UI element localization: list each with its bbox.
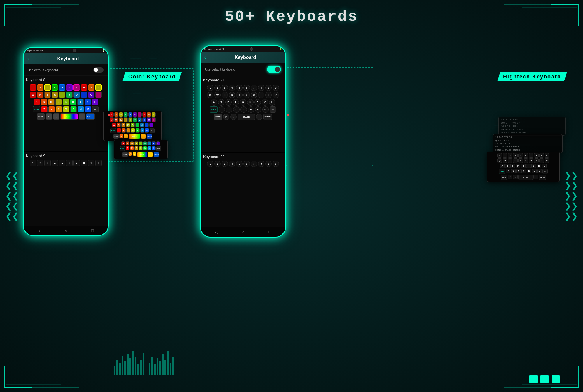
key-j[interactable]: J: [77, 99, 84, 105]
kb9-key-0[interactable]: 0: [95, 160, 102, 166]
r-key-g[interactable]: G: [240, 99, 246, 106]
r-key-l[interactable]: L: [269, 99, 275, 106]
key-7[interactable]: 7: [73, 84, 80, 91]
fk1-1[interactable]: 1: [110, 112, 114, 117]
enter-key-left[interactable]: ENTER: [86, 113, 95, 120]
key-1[interactable]: 1: [30, 84, 36, 91]
r-key-0[interactable]: 0: [273, 85, 279, 91]
key-8[interactable]: 8: [81, 84, 87, 91]
kb9-key-4[interactable]: 4: [52, 160, 58, 166]
key-a[interactable]: A: [34, 99, 40, 105]
key-w[interactable]: W: [37, 92, 43, 98]
key-m[interactable]: M: [85, 106, 91, 112]
r-key-z[interactable]: Z: [219, 106, 225, 113]
key-c[interactable]: C: [56, 106, 62, 112]
period-key-left[interactable]: .: [79, 113, 85, 120]
fk1-7[interactable]: 7: [138, 112, 142, 117]
r-key-s[interactable]: S: [218, 99, 224, 106]
r-key-d[interactable]: D: [225, 99, 232, 106]
fk1-3[interactable]: 3: [119, 112, 123, 117]
kb9-key-7[interactable]: 7: [73, 160, 80, 166]
r-key-n[interactable]: N: [255, 106, 261, 113]
fk1-0[interactable]: 0: [152, 112, 156, 117]
key-i[interactable]: I: [81, 92, 87, 98]
r-key-m[interactable]: M: [262, 106, 269, 113]
kb9-key-6[interactable]: 6: [66, 160, 73, 166]
period-key-right[interactable]: .: [256, 114, 262, 120]
nav-home-right[interactable]: ○: [242, 230, 245, 234]
key-e[interactable]: E: [44, 92, 51, 98]
kb22-key-1[interactable]: 1: [207, 161, 213, 167]
r-key-f[interactable]: F: [233, 99, 239, 106]
key-2[interactable]: 2: [37, 84, 43, 91]
key-p[interactable]: P: [95, 92, 102, 98]
r-key-8[interactable]: 8: [258, 85, 264, 91]
kb22-key-4[interactable]: 4: [229, 161, 235, 167]
r-key-4[interactable]: 4: [229, 85, 235, 91]
kb9-key-1[interactable]: 1: [30, 160, 36, 166]
kb22-key-3[interactable]: 3: [222, 161, 228, 167]
key-h[interactable]: H: [70, 99, 76, 105]
toggle-left[interactable]: [93, 67, 104, 73]
del-key-left[interactable]: DEL: [92, 106, 99, 112]
comma-key-right[interactable]: ,: [230, 114, 237, 120]
hash-key-right[interactable]: #: [223, 114, 229, 120]
kb22-key-8[interactable]: 8: [258, 161, 264, 167]
kb9-key-3[interactable]: 3: [44, 160, 51, 166]
r-key-7[interactable]: 7: [251, 85, 257, 91]
r-key-1[interactable]: 1: [207, 85, 213, 91]
key-v[interactable]: V: [63, 106, 69, 112]
enter-key-right[interactable]: ENTER: [263, 114, 272, 120]
toggle-right[interactable]: [267, 66, 281, 73]
r-key-6[interactable]: 6: [243, 85, 250, 91]
key-k[interactable]: K: [85, 99, 91, 105]
key-y[interactable]: Y: [66, 92, 73, 98]
r-key-q[interactable]: Q: [207, 92, 213, 98]
fk1-9[interactable]: 9: [147, 112, 151, 117]
caps-key-right[interactable]: CAPS: [210, 106, 218, 113]
key-6[interactable]: 6: [66, 84, 73, 91]
fk1-8[interactable]: 8: [142, 112, 146, 117]
r-key-5[interactable]: 5: [236, 85, 243, 91]
kb22-key-0[interactable]: 0: [273, 161, 279, 167]
r-key-x[interactable]: X: [226, 106, 232, 113]
kb22-key-9[interactable]: 9: [265, 161, 272, 167]
r-key-r[interactable]: R: [229, 92, 235, 98]
key-r[interactable]: R: [52, 92, 58, 98]
done-key-right[interactable]: DONE: [214, 114, 222, 120]
fk1-6[interactable]: 6: [133, 112, 137, 117]
r-key-i[interactable]: I: [258, 92, 264, 98]
nav-back-left[interactable]: ◁: [38, 228, 41, 233]
key-d[interactable]: D: [48, 99, 55, 105]
key-9[interactable]: 9: [88, 84, 94, 91]
key-l[interactable]: L: [92, 99, 98, 105]
key-o[interactable]: O: [88, 92, 94, 98]
r-key-3[interactable]: 3: [222, 85, 228, 91]
nav-back-right[interactable]: ◁: [215, 230, 218, 234]
kb22-key-2[interactable]: 2: [214, 161, 221, 167]
r-key-p[interactable]: P: [273, 92, 279, 98]
key-z[interactable]: Z: [41, 106, 48, 112]
nav-home-left[interactable]: ○: [65, 228, 67, 233]
key-x[interactable]: X: [48, 106, 55, 112]
key-3[interactable]: 3: [44, 84, 51, 91]
fk1-4[interactable]: 4: [124, 112, 128, 117]
key-n[interactable]: N: [78, 106, 84, 112]
kb22-key-5[interactable]: 5: [236, 161, 243, 167]
kb9-key-8[interactable]: 8: [81, 160, 87, 166]
key-q[interactable]: Q: [30, 92, 36, 98]
r-key-t[interactable]: T: [236, 92, 243, 98]
r-key-o[interactable]: O: [265, 92, 272, 98]
r-key-b[interactable]: B: [248, 106, 254, 113]
r-key-e[interactable]: E: [222, 92, 228, 98]
kb22-key-7[interactable]: 7: [251, 161, 257, 167]
key-g[interactable]: G: [63, 99, 69, 105]
nav-recent-left[interactable]: □: [91, 228, 94, 233]
fk1-2[interactable]: 2: [114, 112, 118, 117]
r-key-v[interactable]: V: [240, 106, 247, 113]
r-key-c[interactable]: C: [233, 106, 240, 113]
r-key-y[interactable]: Y: [243, 92, 250, 98]
hash-key-left[interactable]: #: [46, 113, 52, 120]
key-b[interactable]: B: [70, 106, 77, 112]
caps-key-left[interactable]: CAPS: [33, 106, 40, 112]
